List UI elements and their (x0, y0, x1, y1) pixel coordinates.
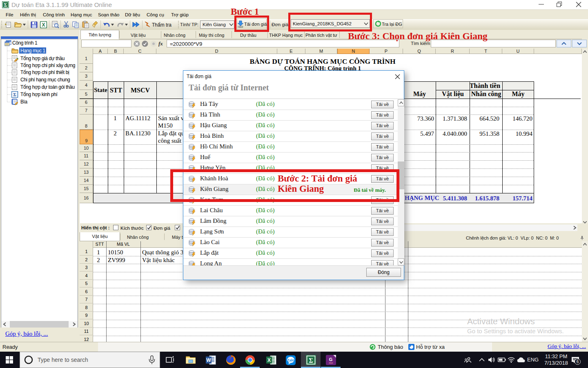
svg-text:Σ: Σ (4, 2, 7, 8)
svg-text:Σ: Σ (309, 357, 313, 364)
svg-text:W: W (206, 357, 211, 363)
svg-text:PDF: PDF (329, 362, 333, 364)
svg-text:Σ: Σ (13, 92, 16, 97)
svg-text:X: X (267, 357, 271, 363)
svg-text:G: G (329, 357, 333, 362)
svg-text:Zalo: Zalo (287, 358, 294, 362)
svg-text:X: X (42, 22, 45, 28)
